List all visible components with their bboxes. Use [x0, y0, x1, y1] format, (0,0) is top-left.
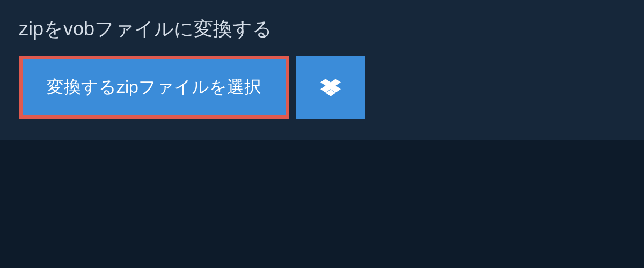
select-file-label: 変換するzipファイルを選択 — [47, 76, 261, 99]
page-title: zipをvobファイルに変換する — [19, 16, 272, 42]
converter-panel: zipをvobファイルに変換する 変換するzipファイルを選択 — [0, 0, 644, 140]
dropbox-button[interactable] — [296, 56, 365, 119]
button-row: 変換するzipファイルを選択 — [0, 56, 644, 140]
header: zipをvobファイルに変換する — [0, 0, 291, 56]
dropbox-icon — [320, 77, 341, 98]
select-file-button[interactable]: 変換するzipファイルを選択 — [19, 56, 289, 119]
